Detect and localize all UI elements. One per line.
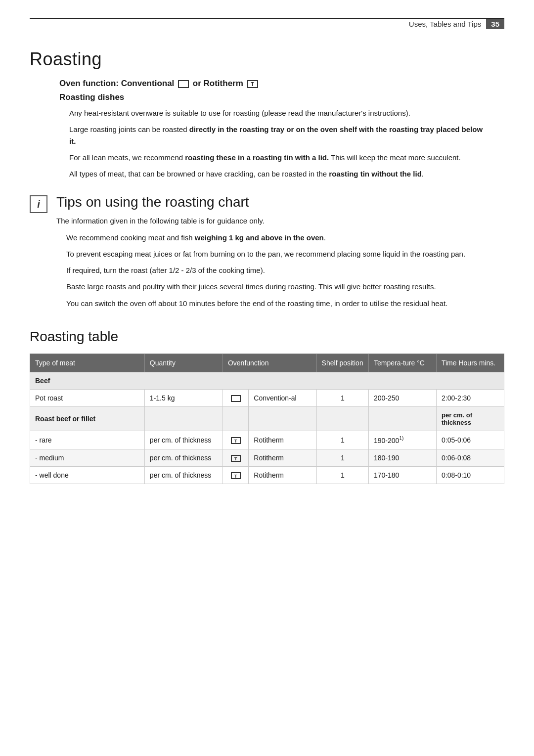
rotitherm-icon: T [247,80,258,88]
fn-rare: Rotitherm [249,431,316,449]
fn-pot-roast: Convention-al [249,389,316,406]
fn-medium: Rotitherm [249,449,316,466]
table-row: Roast beef or fillet per cm. of thicknes… [30,407,504,431]
meat-type-rare: - rare [30,431,145,449]
qty-rare: per cm. of thickness [144,431,222,449]
qty-pot-roast: 1-1.5 kg [144,389,222,406]
tips-para-2: We recommend cooking meat and fish weigh… [66,232,482,243]
fn-well-done: Rotitherm [249,467,316,484]
shelf-well-done: 1 [316,467,368,484]
subheader-qty [144,407,222,431]
section-label-beef: Beef [30,372,504,389]
oven-function-or: or Rotitherm [193,79,243,88]
col-header-quantity: Quantity [144,354,222,372]
table-row: - rare per cm. of thickness T Rotitherm … [30,431,504,449]
temp-pot-roast: 200-250 [368,389,436,406]
time-well-done: 0:08-0:10 [436,467,504,484]
table-row: Pot roast 1-1.5 kg Convention-al 1 200-2… [30,389,504,406]
table-header-row: Type of meat Quantity Ovenfunction Shelf… [30,354,504,372]
para-2: Large roasting joints can be roasted dir… [69,124,485,147]
tips-content: Tips on using the roasting chart The inf… [56,194,504,314]
page: Uses, Tables and Tips 35 Roasting Oven f… [0,0,534,756]
table-row: - medium per cm. of thickness T Rotither… [30,449,504,466]
para-1: Any heat-resistant ovenware is suitable … [69,107,485,119]
meat-type-medium: - medium [30,449,145,466]
meat-type-pot-roast: Pot roast [30,389,145,406]
shelf-pot-roast: 1 [316,389,368,406]
subheader-shelf [316,407,368,431]
rotitherm-icon-small: T [231,472,241,479]
info-icon-label: i [37,199,40,210]
tips-para-4: If required, turn the roast (after 1/2 -… [66,265,482,276]
subheader-icon [222,407,248,431]
table-row: - well done per cm. of thickness T Rotit… [30,467,504,484]
rotitherm-icon-small: T [231,437,241,444]
col-header-type: Type of meat [30,354,145,372]
superscript-rare: 1) [399,436,403,441]
time-pot-roast: 2:00-2:30 [436,389,504,406]
meat-type-well-done: - well done [30,467,145,484]
col-header-shelf: Shelf position [316,354,368,372]
temp-medium: 180-190 [368,449,436,466]
col-header-temperature: Tempera-ture °C [368,354,436,372]
subheader-roast-beef: Roast beef or fillet [30,407,145,431]
tips-para-3: To prevent escaping meat juices or fat f… [66,248,482,260]
tips-para-5: Baste large roasts and poultry with thei… [66,281,482,292]
col-header-time: Time Hours mins. [436,354,504,372]
tips-para-1: The information given in the following t… [56,215,472,226]
temp-well-done: 170-180 [368,467,436,484]
info-icon: i [30,195,47,213]
tips-section: i Tips on using the roasting chart The i… [30,194,504,314]
roasting-table: Type of meat Quantity Ovenfunction Shelf… [30,354,504,485]
time-rare: 0:05-0:06 [436,431,504,449]
page-header: Uses, Tables and Tips 35 [30,18,504,33]
tips-para-6: You can switch the oven off about 10 min… [66,298,482,309]
header-text: Uses, Tables and Tips [409,20,481,28]
shelf-medium: 1 [316,449,368,466]
icon-well-done: T [222,467,248,484]
icon-pot-roast [222,389,248,406]
shelf-rare: 1 [316,431,368,449]
oven-function-line: Oven function: Conventional or Rotitherm… [59,79,504,89]
subheader-time: per cm. of thickness [436,407,504,431]
para-4: All types of meat, that can be browned o… [69,168,485,179]
section-title: Roasting [30,49,504,70]
conventional-icon [178,80,189,88]
para-3: For all lean meats, we recommend roastin… [69,152,485,163]
roasting-table-title: Roasting table [30,329,504,345]
qty-medium: per cm. of thickness [144,449,222,466]
oven-function-label: Oven function: Conventional [59,79,174,88]
icon-rare: T [222,431,248,449]
qty-well-done: per cm. of thickness [144,467,222,484]
table-row: Beef [30,372,504,389]
subheader-fn [249,407,316,431]
col-header-ovenfunction: Ovenfunction [222,354,316,372]
tips-title: Tips on using the roasting chart [56,194,504,210]
roasting-dishes-title: Roasting dishes [59,92,504,102]
conventional-icon-small [231,395,241,402]
subheader-temp [368,407,436,431]
page-number: 35 [486,19,504,29]
icon-medium: T [222,449,248,466]
time-medium: 0:06-0:08 [436,449,504,466]
temp-rare: 190-2001) [368,431,436,449]
rotitherm-icon-small: T [231,455,241,462]
